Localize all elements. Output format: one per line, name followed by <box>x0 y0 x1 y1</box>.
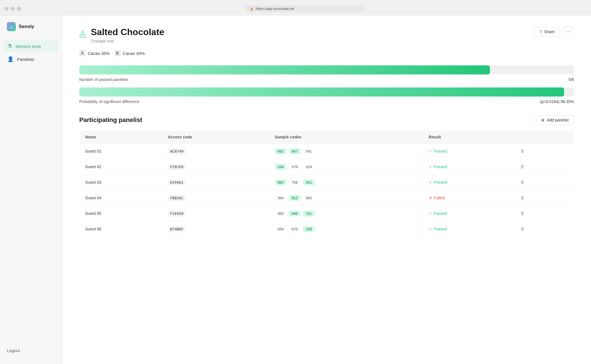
share-label: Share <box>544 29 554 34</box>
header-title-block: Salted Chocolate Triangle test <box>91 27 164 43</box>
table-row: Guest 05F1E650365849701✓ Passed🗑 <box>80 206 574 221</box>
panelist-result: ✓ Passed <box>423 144 512 159</box>
sidebar-item-sensory-tests[interactable]: ⚗ Sensory tests <box>3 40 59 52</box>
access-code-value: F1E650 <box>168 210 186 217</box>
sample-code-pill: 701 <box>303 211 315 217</box>
failed-icon: ✕ <box>429 196 432 200</box>
panelist-access-code: F397E8 <box>162 159 269 175</box>
sample-tags: A Cacao 35% B Cacao 40% <box>79 50 574 56</box>
panelist-name: Guest 01 <box>80 144 162 159</box>
logout-button[interactable]: Logout <box>7 348 20 353</box>
passed-icon: ✓ <box>429 211 432 216</box>
sidebar-nav: ⚗ Sensory tests 👤 Panelists <box>0 40 62 344</box>
delete-panelist-button[interactable]: 🗑 <box>518 225 527 233</box>
section-title: Participating panelist <box>79 116 142 124</box>
add-panelist-button[interactable]: ⊕ Add panelist <box>536 115 574 125</box>
sample-code-pill: 849 <box>289 211 301 217</box>
sidebar-logo: ◬ Sensly <box>0 22 62 40</box>
metric-row-passed: Number of passed panelists 5/6 <box>79 65 574 82</box>
sample-code-pill: 892 <box>275 148 287 154</box>
result-text: Passed <box>434 227 447 231</box>
passed-icon: ✓ <box>429 180 432 185</box>
progress-bar-probability-fill <box>79 87 564 97</box>
delete-panelist-button[interactable]: 🗑 <box>518 147 527 155</box>
panelist-delete-cell: 🗑 <box>512 206 574 221</box>
panelist-sample-codes: 365849701 <box>269 206 423 221</box>
sample-label-b: Cacao 40% <box>123 51 145 56</box>
delete-panelist-button[interactable]: 🗑 <box>518 194 527 202</box>
page-title: Salted Chocolate <box>91 27 164 37</box>
panelist-table-body: Guest 01AC8749892607541✓ Passed🗑Guest 02… <box>80 144 574 237</box>
result-value: ✓ Passed <box>429 227 507 231</box>
access-code-value: B74B0F <box>168 226 186 232</box>
sample-code-pill: 239 <box>303 226 315 232</box>
table-row: Guest 03635961962758341✓ Passed🗑 <box>80 175 574 190</box>
sample-code-pill: 341 <box>303 179 315 185</box>
panelist-name: Guest 06 <box>80 221 162 237</box>
sidebar: ◬ Sensly ⚗ Sensory tests 👤 Panelists Log… <box>0 15 62 364</box>
panelist-access-code: F1E650 <box>162 206 269 221</box>
panelists-icon: 👤 <box>7 56 14 62</box>
panelist-result: ✓ Passed <box>423 206 512 221</box>
progress-bar-probability-container <box>79 87 574 97</box>
panelist-name: Guest 03 <box>80 175 162 190</box>
logo-icon: ◬ <box>7 22 16 31</box>
panelist-delete-cell: 🗑 <box>512 159 574 175</box>
panelist-result: ✕ Failed <box>423 190 512 206</box>
metric-label-passed: Number of passed panelists <box>79 77 129 82</box>
panelist-name: Guest 05 <box>80 206 162 221</box>
header-left: ◬ Salted Chocolate Triangle test <box>79 27 164 43</box>
panelist-result: ✓ Passed <box>423 221 512 237</box>
sample-badge-a: A <box>79 50 85 56</box>
col-header-result: Result <box>423 131 512 144</box>
panelist-result: ✓ Passed <box>423 175 512 190</box>
progress-bar-passed-container <box>79 65 574 74</box>
panelist-section: Participating panelist ⊕ Add panelist Na… <box>79 115 574 237</box>
sidebar-item-panelists[interactable]: 👤 Panelists <box>3 53 59 65</box>
panelist-sample-codes: 962758341 <box>269 175 423 190</box>
browser-urlbar: 🔒 https://app.aromalab.be <box>245 5 364 12</box>
delete-panelist-button[interactable]: 🗑 <box>518 163 527 170</box>
metric-value-probability: (p=0.0164) 98.35% <box>540 99 574 104</box>
sidebar-item-label-sensory-tests: Sensory tests <box>15 44 41 49</box>
page-header: ◬ Salted Chocolate Triangle test ⤴ Share… <box>79 27 574 43</box>
sample-tag-a: A Cacao 35% <box>79 50 110 56</box>
sample-code-pill: 564 <box>275 226 287 232</box>
sample-code-pill: 758 <box>289 179 301 185</box>
delete-panelist-button[interactable]: 🗑 <box>518 210 527 217</box>
panelist-sample-codes: 564870239 <box>269 221 423 237</box>
result-text: Passed <box>434 180 447 185</box>
panelist-delete-cell: 🗑 <box>512 175 574 190</box>
sample-code-pill: 905 <box>303 195 315 201</box>
result-text: Passed <box>434 149 447 153</box>
result-text: Passed <box>434 164 447 169</box>
access-code-value: FBB26C <box>168 195 186 201</box>
sample-code-pill: 364 <box>275 195 287 201</box>
sample-badge-b: B <box>114 50 121 56</box>
share-button[interactable]: ⤴ Share <box>534 27 560 37</box>
metric-label-row-passed: Number of passed panelists 5/6 <box>79 77 574 82</box>
panelist-sample-codes: 364812905 <box>269 190 423 206</box>
delete-panelist-button[interactable]: 🗑 <box>518 179 527 186</box>
result-value: ✓ Passed <box>429 149 507 153</box>
access-code-value: F397E8 <box>168 164 186 170</box>
sidebar-footer: Logout <box>0 344 62 358</box>
panelist-table: Name Access code Sample codes Result Gue… <box>79 130 574 237</box>
passed-icon: ✓ <box>429 164 432 169</box>
metric-label-row-probability: Probability of significant difference (p… <box>79 99 574 104</box>
panelist-name: Guest 02 <box>80 159 162 175</box>
logo-icon-symbol: ◬ <box>10 24 13 29</box>
browser-dot-min <box>11 7 15 11</box>
metrics-section: Number of passed panelists 5/6 Probabili… <box>79 65 574 104</box>
panelist-access-code: AC8749 <box>162 144 269 159</box>
col-header-access-code: Access code <box>162 131 269 144</box>
result-value: ✕ Failed <box>429 196 507 200</box>
result-value: ✓ Passed <box>429 164 507 169</box>
sample-tag-b: B Cacao 40% <box>114 50 145 56</box>
more-button[interactable]: ··· <box>563 27 574 37</box>
browser-dot-close <box>5 7 8 11</box>
sample-code-pill: 962 <box>275 179 287 185</box>
page-subtitle: Triangle test <box>91 38 164 43</box>
main-content: ◬ Salted Chocolate Triangle test ⤴ Share… <box>62 15 591 364</box>
panelist-result: ✓ Passed <box>423 159 512 175</box>
